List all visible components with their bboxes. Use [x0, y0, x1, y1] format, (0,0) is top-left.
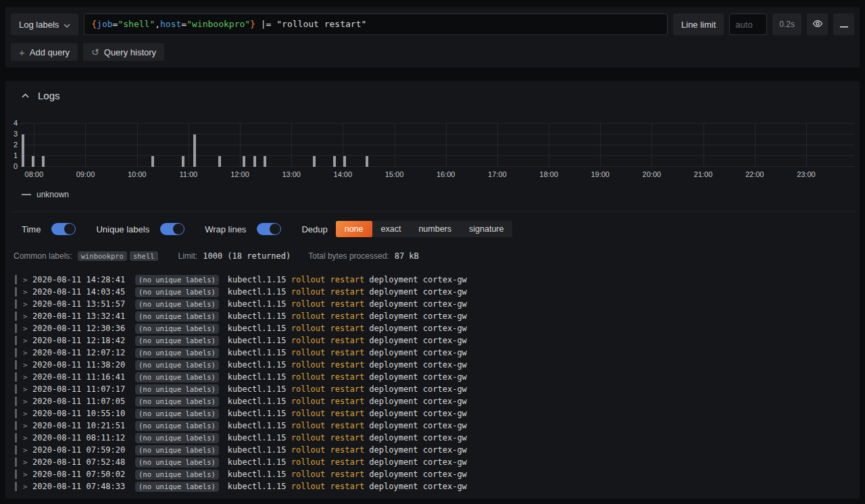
log-message-text: kubectl.1.15 [228, 311, 291, 321]
log-row[interactable]: >2020-08-11 13:51:57(no unique labels)ku… [15, 298, 856, 310]
log-row[interactable]: >2020-08-11 10:55:10(no unique labels)ku… [15, 407, 856, 420]
query-history-button[interactable]: ↺ Query history [83, 43, 164, 61]
logs-panel-header[interactable]: Logs [9, 89, 856, 101]
x-axis-tick-label: 14:00 [328, 170, 357, 178]
log-message-text [325, 348, 330, 357]
log-message-text: kubectl.1.15 [228, 433, 291, 443]
dedup-option-none[interactable]: none [336, 221, 372, 237]
log-row[interactable]: >2020-08-11 12:30:36(no unique labels)ku… [15, 322, 856, 334]
x-axis-tick-label: 10:00 [122, 170, 152, 178]
wrap-lines-toggle[interactable] [257, 223, 281, 235]
log-message-text: deployment cortex-gw [364, 299, 467, 309]
toggle-knob [270, 224, 280, 234]
chevron-right-icon[interactable]: > [23, 422, 32, 430]
log-message-text: deployment cortex-gw [364, 360, 467, 370]
x-axis-tick-label: 15:00 [380, 170, 410, 178]
log-message-text: deployment cortex-gw [364, 287, 467, 297]
search-match-highlight: restart [330, 457, 365, 467]
histogram-bar [264, 156, 266, 167]
chevron-right-icon[interactable]: > [23, 446, 32, 455]
log-message: kubectl.1.15 rollout restart deployment … [228, 324, 467, 333]
log-row[interactable]: >2020-08-11 11:07:05(no unique labels)ku… [15, 395, 856, 407]
chevron-right-icon[interactable]: > [23, 482, 32, 491]
log-row[interactable]: >2020-08-11 14:28:41(no unique labels)ku… [15, 274, 856, 286]
dedup-option-numbers[interactable]: numbers [410, 221, 460, 237]
chart-legend[interactable]: unknown [22, 190, 856, 199]
log-message-text [325, 457, 330, 467]
chevron-right-icon[interactable]: > [23, 361, 32, 370]
log-row[interactable]: >2020-08-11 07:48:33(no unique labels)ku… [15, 480, 856, 493]
chevron-right-icon[interactable]: > [23, 312, 32, 321]
chevron-right-icon[interactable]: > [23, 434, 32, 443]
log-row[interactable]: >2020-08-11 12:18:42(no unique labels)ku… [15, 334, 856, 347]
y-axis-tick-label: 3 [9, 130, 18, 138]
chevron-right-icon[interactable]: > [23, 373, 32, 382]
log-row[interactable]: >2020-08-11 07:59:20(no unique labels)ku… [15, 444, 856, 456]
log-row[interactable]: >2020-08-11 12:07:12(no unique labels)ku… [15, 347, 856, 359]
log-timestamp: 2020-08-11 14:03:45 [32, 287, 135, 297]
log-labels-dropdown[interactable]: Log labels [11, 14, 78, 35]
log-row[interactable]: >2020-08-11 11:07:17(no unique labels)ku… [15, 383, 856, 395]
chevron-right-icon[interactable]: > [23, 300, 32, 309]
chevron-right-icon[interactable]: > [23, 349, 32, 357]
search-match-highlight: rollout [291, 372, 326, 382]
unique-labels-toggle[interactable] [160, 223, 184, 235]
time-toggle[interactable] [51, 223, 76, 235]
log-row[interactable]: >2020-08-11 14:03:45(no unique labels)ku… [15, 286, 856, 298]
log-level-indicator [15, 360, 17, 370]
log-row[interactable]: >2020-08-11 11:38:20(no unique labels)ku… [15, 359, 856, 371]
log-row[interactable]: >2020-08-11 07:50:02(no unique labels)ku… [15, 468, 856, 480]
unique-labels-badge: (no unique labels) [135, 421, 219, 431]
log-timestamp: 2020-08-11 07:52:48 [32, 457, 135, 467]
chevron-right-icon[interactable]: > [23, 470, 32, 479]
query-token: } [250, 19, 255, 29]
x-axis-tick-label: 20:00 [637, 170, 666, 178]
chevron-right-icon[interactable]: > [23, 276, 32, 284]
chevron-right-icon[interactable]: > [23, 385, 32, 394]
log-level-indicator [15, 311, 17, 321]
chevron-right-icon[interactable]: > [23, 288, 32, 297]
chevron-right-icon[interactable]: > [23, 397, 32, 406]
histogram-bar [22, 134, 24, 167]
chevron-up-icon [22, 93, 29, 98]
histogram-plot-area[interactable]: 01234 [20, 124, 854, 167]
unique-labels-badge: (no unique labels) [135, 311, 219, 322]
log-timestamp: 2020-08-11 10:21:51 [32, 421, 135, 430]
log-message: kubectl.1.15 rollout restart deployment … [228, 372, 467, 382]
log-row[interactable]: >2020-08-11 11:16:41(no unique labels)ku… [15, 371, 856, 383]
log-level-indicator [15, 287, 17, 297]
log-timestamp: 2020-08-11 08:11:12 [32, 433, 135, 443]
chevron-right-icon[interactable]: > [23, 324, 32, 333]
chevron-right-icon[interactable]: > [23, 458, 32, 467]
log-row[interactable]: >2020-08-11 07:52:48(no unique labels)ku… [15, 456, 856, 468]
disable-query-button[interactable] [807, 14, 828, 35]
histogram-bar [182, 156, 184, 167]
unique-labels-badge: (no unique labels) [135, 360, 219, 370]
log-message-text [325, 470, 330, 479]
log-row[interactable]: >2020-08-11 13:32:41(no unique labels)ku… [15, 310, 856, 322]
dedup-option-exact[interactable]: exact [372, 221, 410, 237]
log-message: kubectl.1.15 rollout restart deployment … [228, 336, 467, 345]
dedup-option-signature[interactable]: signature [460, 221, 512, 237]
log-message-text: kubectl.1.15 [228, 360, 291, 370]
chevron-right-icon[interactable]: > [23, 336, 32, 345]
remove-query-button[interactable] [833, 14, 854, 35]
search-match-highlight: rollout [291, 299, 326, 309]
unique-labels-badge: (no unique labels) [135, 299, 219, 309]
log-level-indicator [15, 336, 17, 345]
search-match-highlight: rollout [291, 384, 326, 394]
log-timestamp: 2020-08-11 13:32:41 [32, 311, 135, 321]
log-message: kubectl.1.15 rollout restart deployment … [228, 397, 467, 406]
log-row[interactable]: >2020-08-11 10:21:51(no unique labels)ku… [15, 420, 856, 432]
common-label-badge: shell [130, 251, 158, 261]
query-input[interactable]: {job="shell",host="winbookpro"} |= "roll… [84, 14, 668, 35]
histogram-bar [32, 156, 34, 167]
histogram-bar [366, 156, 368, 167]
query-history-label: Query history [104, 47, 156, 57]
line-limit-input[interactable] [729, 14, 767, 35]
log-row[interactable]: >2020-08-11 08:11:12(no unique labels)ku… [15, 432, 856, 444]
add-query-button[interactable]: + Add query [11, 43, 78, 61]
log-message-text [325, 397, 330, 406]
eye-icon [812, 18, 823, 31]
chevron-right-icon[interactable]: > [23, 409, 32, 418]
